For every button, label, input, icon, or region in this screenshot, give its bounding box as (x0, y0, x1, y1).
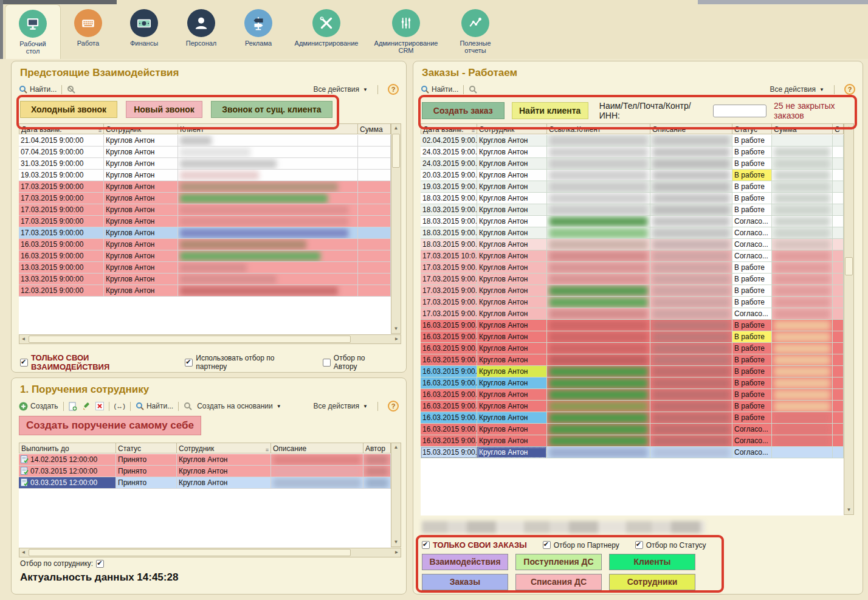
checkbox[interactable] (422, 541, 430, 549)
call-action-button[interactable]: Новый звонок (126, 101, 202, 118)
tab-item[interactable]: Финансы (115, 4, 173, 59)
scroll-right-icon[interactable]: ► (393, 548, 401, 557)
checkbox[interactable] (543, 541, 551, 549)
table-row[interactable]: 21.04.2015 9:00:00Круглов Антон (19, 135, 391, 147)
table-row[interactable]: 17.03.2015 10:0...Круглов АнтонСогласо..… (421, 250, 844, 262)
find-button[interactable]: Найти... (421, 85, 458, 94)
call-action-button[interactable]: Холодный звонок (20, 101, 117, 118)
column-header[interactable]: Статус (732, 123, 772, 134)
table-row[interactable]: 16.03.2015 9:00...Круглов АнтонВ работе (421, 320, 844, 331)
table-row[interactable]: 16.03.2015 9:00...Круглов АнтонВ работе (421, 389, 844, 401)
table-row[interactable]: 17.03.2015 9:00:00Круглов Антон (19, 204, 391, 216)
table-row[interactable]: 16.03.2015 9:00...Круглов АнтонВ работе (421, 343, 844, 354)
tab-active-item[interactable]: Рабочий стол (5, 4, 61, 59)
tab-item[interactable]: Администрирование (287, 4, 366, 59)
filter-checkbox-item[interactable]: Отбор по Статусу (635, 541, 706, 550)
table-row[interactable]: 17.03.2015 9:00...Круглов АнтонВ работе (421, 297, 844, 308)
client-search-input[interactable] (713, 105, 766, 117)
table-row[interactable]: 17.03.2015 9:00...Круглов АнтонВ работе (421, 274, 844, 285)
column-header[interactable]: Описание (271, 443, 363, 453)
table-row[interactable]: 03.03.2015 12:00:00ПринятоКруглов Антон (19, 477, 391, 489)
checkbox[interactable] (635, 541, 643, 549)
all-actions-button[interactable]: Все действия▼ (770, 85, 824, 94)
table-row[interactable]: 17.03.2015 9:00...Круглов АнтонВ работе (421, 285, 844, 297)
create-order-button[interactable]: Создать заказ (422, 102, 505, 119)
table-row[interactable]: 16.03.2015 9:00:00Круглов Антон (19, 250, 391, 262)
help-icon[interactable]: ? (844, 84, 855, 95)
filter-checkbox-item[interactable]: Использовать отбор по партнеру (185, 354, 307, 371)
nav-button-3[interactable]: Клиенты (609, 554, 695, 570)
scroll-left-icon[interactable]: ◄ (19, 335, 27, 343)
table-row[interactable]: 16.03.2015 9:00...Круглов АнтонВ работе (421, 401, 844, 412)
table-row[interactable]: 16.03.2015 9:00...Круглов АнтонВ работе (421, 366, 844, 378)
filter-checkbox-item[interactable]: Отбор по Партнеру (543, 541, 619, 550)
table-row[interactable]: 13.03.2015 9:00:00Круглов Антон (19, 274, 391, 285)
help-icon[interactable]: ? (388, 84, 399, 95)
all-actions-button[interactable]: Все действия▼ (314, 402, 368, 410)
tasks-vscrollbar[interactable]: ▲ ▼ (391, 443, 401, 547)
column-header[interactable]: Сотрудник (104, 123, 178, 134)
scroll-right-icon[interactable]: ► (393, 335, 401, 343)
create-based-on-button[interactable]: Создать на основании▼ (197, 402, 281, 410)
table-row[interactable]: 24.03.2015 9:00...Круглов АнтонВ работе (421, 147, 844, 158)
create-button[interactable]: Создать (19, 402, 58, 411)
scroll-down-icon[interactable]: ▼ (845, 506, 853, 514)
table-row[interactable]: 12.03.2015 9:00:00Круглов Антон (19, 285, 391, 297)
table-row[interactable]: 17.03.2015 9:00:00Круглов Антон (19, 181, 391, 193)
column-header[interactable]: Дата взаим.≡ (421, 123, 477, 134)
scroll-thumb[interactable] (29, 336, 351, 343)
call-action-button[interactable]: Звонок от сущ. клиента (211, 101, 332, 118)
find-button[interactable]: Найти... (19, 85, 57, 94)
find-button[interactable]: Найти... (136, 402, 173, 410)
table-row[interactable]: 18.03.2015 9:00...Круглов АнтонСогласо..… (421, 227, 844, 239)
nav-button-4[interactable]: Заказы (422, 574, 508, 590)
column-header[interactable]: Автор (363, 443, 391, 453)
scroll-left-icon[interactable]: ◄ (19, 548, 27, 557)
all-actions-button[interactable]: Все действия▼ (314, 85, 368, 94)
table-row[interactable]: 24.03.2015 9:00...Круглов АнтонВ работе (421, 158, 844, 170)
reorder-button[interactable]: (↔) (114, 402, 125, 410)
interactions-hscrollbar[interactable]: ◄ ► (19, 334, 401, 344)
tab-item[interactable]: Реклама (230, 4, 287, 59)
column-header[interactable]: Сотрудник (477, 123, 547, 134)
table-row[interactable]: 31.03.2015 9:00:00Круглов Антон (19, 158, 391, 170)
column-header[interactable]: Выполнить до (19, 443, 116, 453)
table-row[interactable]: 20.03.2015 9:00...Круглов АнтонВ работе (421, 170, 844, 181)
column-header[interactable]: Сумма (772, 123, 833, 134)
table-row[interactable]: 16.03.2015 9:00:00Круглов Антон (19, 239, 391, 250)
table-row[interactable]: 18.03.2015 9:00...Круглов АнтонВ работе (421, 204, 844, 216)
table-row[interactable]: 17.03.2015 9:00...Круглов АнтонВ работе (421, 262, 844, 274)
column-header[interactable]: Описание (650, 123, 732, 134)
nav-button-6[interactable]: Сотрудники (609, 574, 695, 590)
tab-item[interactable]: Работа (61, 4, 115, 59)
scroll-thumb[interactable] (29, 549, 351, 556)
orders-vscrollbar[interactable]: ▲ ▼ (844, 123, 854, 515)
table-row[interactable]: 15.03.2015 9:00...Круглов АнтонСогласо..… (421, 447, 844, 458)
nav-button-1[interactable]: Взаимодействия (422, 554, 508, 570)
column-header[interactable]: Статус (116, 443, 177, 453)
table-row[interactable]: 17.03.2015 9:00:00Круглов Антон (19, 216, 391, 227)
column-header[interactable]: С (833, 123, 844, 134)
tasks-hscrollbar[interactable]: ◄ ► (19, 548, 401, 557)
table-row[interactable]: 14.02.2015 12:00:00ПринятоКруглов Антон (19, 454, 391, 466)
table-row[interactable]: 16.03.2015 9:00...Круглов АнтонСогласо..… (421, 424, 844, 435)
delete-button[interactable] (95, 402, 104, 410)
clear-search-button[interactable] (67, 85, 75, 94)
employee-filter-checkbox[interactable] (96, 560, 104, 568)
tab-item[interactable]: Персонал (173, 4, 230, 59)
column-header[interactable]: Клиент (178, 123, 358, 134)
interactions-vscrollbar[interactable]: ▲ ▼ (391, 123, 401, 334)
table-row[interactable]: 16.03.2015 9:00...Круглов АнтонВ работе (421, 412, 844, 424)
table-row[interactable]: 16.03.2015 9:00...Круглов АнтонСогласо..… (421, 435, 844, 447)
column-header[interactable]: Ссылка.Клиент (547, 123, 650, 134)
table-row[interactable]: 07.04.2015 9:00:00Круглов Антон (19, 147, 391, 158)
table-row[interactable]: 16.03.2015 9:00...Круглов АнтонВ работе (421, 354, 844, 366)
checkbox[interactable] (185, 359, 193, 367)
nav-button-2[interactable]: Поступления ДС (515, 554, 602, 570)
table-row[interactable]: 17.03.2015 9:00:00Круглов Антон (19, 227, 391, 239)
table-row[interactable]: 17.03.2015 9:00...Круглов АнтонСогласо..… (421, 308, 844, 320)
nav-button-5[interactable]: Списания ДС (515, 574, 602, 590)
filter-checkbox-item[interactable]: ТОЛЬКО СВОИ ЗАКАЗЫ (422, 540, 527, 550)
filter-checkbox-item[interactable]: Отбор по Автору (323, 354, 390, 371)
scroll-up-icon[interactable]: ▲ (392, 124, 400, 133)
